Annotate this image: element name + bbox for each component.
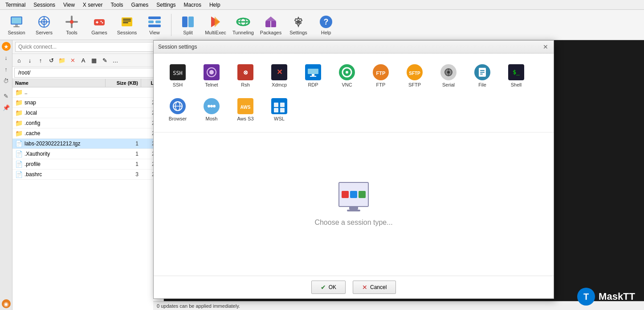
toolbar-help[interactable]: ? Help bbox=[313, 12, 339, 38]
path-bar: /root/ bbox=[12, 67, 163, 79]
toolbar-tools[interactable]: Tools bbox=[59, 12, 85, 38]
menu-help[interactable]: Help bbox=[206, 1, 224, 9]
svg-rect-20 bbox=[123, 19, 131, 20]
nav-arrow-up[interactable]: ↑ bbox=[1, 64, 11, 74]
svg-rect-25 bbox=[155, 21, 161, 23]
svg-text:⊗: ⊗ bbox=[243, 69, 248, 76]
table-row[interactable]: 📄.profile 1 201 bbox=[12, 159, 163, 169]
file-icon: 📄 bbox=[15, 140, 23, 147]
session-type-sftp[interactable]: SFTP SFTP bbox=[399, 61, 430, 91]
toolbar-sessions-label: Sessions bbox=[117, 30, 137, 35]
file-toolbar-delete[interactable]: ✕ bbox=[68, 55, 77, 65]
file-toolbar-download[interactable]: ↓ bbox=[25, 55, 35, 65]
session-type-wsl[interactable]: WSL bbox=[264, 95, 294, 125]
menu-macros[interactable]: Macros bbox=[180, 1, 205, 9]
file-toolbar-refresh[interactable]: ↺ bbox=[46, 55, 56, 65]
menu-xserver[interactable]: X server bbox=[79, 1, 106, 9]
session-type-rsh[interactable]: ⊗ Rsh bbox=[230, 61, 261, 91]
session-settings-dialog: Session settings ✕ SSH SSH Telnet ⊗ Rsh bbox=[153, 40, 554, 299]
toolbar-servers-label: Servers bbox=[36, 30, 53, 35]
toolbar-tunneling[interactable]: Tunneling bbox=[230, 12, 256, 38]
session-type-serial[interactable]: Serial bbox=[433, 61, 464, 91]
svg-rect-84 bbox=[280, 103, 285, 107]
nav-pin[interactable]: 📌 bbox=[1, 103, 11, 112]
table-row[interactable]: 📁.config 202 bbox=[12, 118, 163, 128]
hidden-folder-icon: 📁 bbox=[15, 130, 23, 137]
table-row[interactable]: 📁.cache 202 bbox=[12, 128, 163, 139]
toolbar-multiexec[interactable]: MultiExec bbox=[203, 12, 228, 38]
view-icon bbox=[147, 15, 162, 29]
sftp-icon: SFTP bbox=[407, 64, 423, 80]
table-row[interactable]: 📄labs-202302221212.tgz 1 202 bbox=[12, 139, 163, 149]
file-toolbar-home[interactable]: ⌂ bbox=[14, 55, 24, 65]
table-row[interactable]: 📁.. bbox=[12, 87, 163, 98]
session-type-rdp[interactable]: RDP bbox=[298, 61, 328, 91]
svg-rect-82 bbox=[271, 98, 287, 114]
file-toolbar-rename[interactable]: A bbox=[78, 55, 88, 65]
file-toolbar-more[interactable]: … bbox=[110, 55, 120, 65]
vnc-label: VNC bbox=[342, 82, 352, 87]
toolbar-settings[interactable]: Settings bbox=[285, 12, 311, 38]
file-toolbar-upload[interactable]: ↑ bbox=[36, 55, 45, 65]
col-header-name: Name bbox=[12, 79, 106, 87]
cancel-button[interactable]: ✕ Cancel bbox=[353, 281, 396, 294]
xdmcp-icon: ✕ bbox=[271, 64, 287, 80]
session-type-telnet[interactable]: Telnet bbox=[196, 61, 227, 91]
path-selector[interactable]: /root/ bbox=[14, 68, 162, 78]
hidden-file-icon: 📄 bbox=[15, 161, 23, 168]
file-toolbar-properties[interactable]: ▦ bbox=[89, 55, 99, 65]
table-row[interactable]: 📁snap 202 bbox=[12, 98, 163, 108]
file-toolbar-new-folder[interactable]: 📁 bbox=[57, 55, 67, 65]
session-type-ftp[interactable]: FTP FTP bbox=[366, 61, 396, 91]
session-type-browser[interactable]: Browser bbox=[163, 95, 193, 125]
table-row[interactable]: 📄.Xauthority 1 202 bbox=[12, 149, 163, 159]
session-type-mosh[interactable]: Mosh bbox=[196, 95, 227, 125]
menu-sessions[interactable]: Sessions bbox=[30, 1, 59, 9]
status-bar: 0 updates can be applied immediately. bbox=[153, 301, 644, 310]
toolbar-sessions[interactable]: Sessions bbox=[114, 12, 140, 38]
session-type-file[interactable]: File bbox=[467, 61, 497, 91]
toolbar-view[interactable]: View bbox=[142, 12, 167, 38]
toolbar-split[interactable]: Split bbox=[175, 12, 201, 38]
quick-connect-bar bbox=[12, 40, 163, 54]
session-type-ssh[interactable]: SSH SSH bbox=[163, 61, 193, 91]
svg-point-79 bbox=[213, 105, 216, 107]
serial-icon bbox=[440, 64, 457, 80]
quick-connect-input[interactable] bbox=[15, 42, 161, 52]
nav-arrow-down[interactable]: ↓ bbox=[1, 53, 11, 62]
session-type-shell[interactable]: $_ Shell bbox=[501, 61, 531, 91]
choose-session-area: Choose a session type... bbox=[314, 182, 392, 227]
multiexec-icon bbox=[208, 15, 223, 29]
menu-tools[interactable]: Tools bbox=[107, 1, 127, 9]
svg-rect-27 bbox=[182, 17, 187, 27]
nav-history[interactable]: ⏱ bbox=[1, 76, 11, 86]
file-toolbar-edit[interactable]: ✎ bbox=[100, 55, 110, 65]
dialog-close-button[interactable]: ✕ bbox=[542, 43, 549, 50]
menu-view[interactable]: View bbox=[60, 1, 78, 9]
blue-box bbox=[350, 191, 357, 198]
hidden-file-icon: 📄 bbox=[15, 171, 23, 178]
table-row[interactable]: 📁.local 202 bbox=[12, 108, 163, 118]
session-type-vnc[interactable]: VNC bbox=[332, 61, 362, 91]
table-row[interactable]: 📄.bashrc 3 201 bbox=[12, 169, 163, 180]
wsl-label: WSL bbox=[274, 116, 285, 121]
servers-icon bbox=[37, 15, 51, 29]
svg-rect-86 bbox=[280, 108, 285, 112]
menu-games[interactable]: Games bbox=[128, 1, 152, 9]
toolbar-packages[interactable]: Packages bbox=[258, 12, 284, 38]
menu-settings[interactable]: Settings bbox=[153, 1, 179, 9]
color-boxes bbox=[342, 191, 366, 198]
toolbar-games[interactable]: Games bbox=[86, 12, 112, 38]
nav-orange-circle[interactable]: ◉ bbox=[2, 299, 11, 308]
ok-button[interactable]: ✔ OK bbox=[311, 281, 346, 294]
toolbar-session[interactable]: Session bbox=[4, 12, 29, 38]
session-type-xdmcp[interactable]: ✕ Xdmcp bbox=[264, 61, 294, 91]
toolbar-servers[interactable]: Servers bbox=[31, 12, 57, 38]
svg-rect-67 bbox=[480, 70, 485, 71]
monitor-base bbox=[347, 210, 360, 211]
rsh-label: Rsh bbox=[241, 82, 250, 87]
session-type-aws-s3[interactable]: AWS Aws S3 bbox=[230, 95, 261, 125]
nav-star[interactable]: ★ bbox=[2, 42, 11, 51]
menu-terminal[interactable]: Terminal bbox=[2, 1, 29, 9]
nav-pencil[interactable]: ✎ bbox=[1, 91, 11, 101]
